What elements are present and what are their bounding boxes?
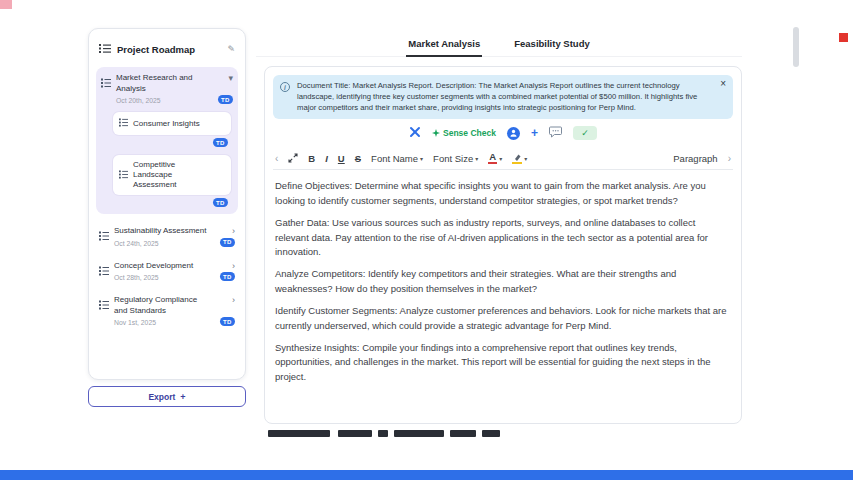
- info-icon: i: [280, 82, 290, 92]
- project-roadmap-sidebar: Project Roadmap ✎ Market Research and An…: [88, 28, 246, 380]
- sidebar-subitem-label: Competitive Landscape Assessment: [133, 160, 215, 190]
- sidebar-group-market-research: Market Research and Analysis Oct 20th, 2…: [96, 67, 238, 214]
- sidebar-item-regulatory-compliance[interactable]: Regulatory Compliance and Standards Nov …: [96, 293, 238, 328]
- font-name-label: Font Name: [371, 153, 418, 164]
- person-icon: [509, 128, 518, 138]
- sidebar-item-market-research[interactable]: Market Research and Analysis Oct 20th, 2…: [101, 73, 233, 104]
- document-body[interactable]: Define Objectives: Determine what specif…: [265, 170, 741, 384]
- sidebar-item-label: Sustainability Assessment: [114, 226, 210, 237]
- chevron-down-icon[interactable]: ▾: [228, 74, 233, 83]
- top-right-marker: [839, 33, 848, 42]
- caret-down-icon: ▾: [524, 155, 527, 162]
- highlighter-icon: [512, 153, 522, 164]
- sidebar-item-label: Market Research and Analysis: [116, 73, 212, 94]
- status-badge: TD: [220, 272, 235, 281]
- plus-icon: +: [180, 392, 185, 402]
- document-tabs: Market Analysis Feasibility Study: [256, 34, 742, 57]
- status-badge: TD: [220, 238, 235, 247]
- doc-paragraph: Identify Customer Segments: Analyze cust…: [275, 304, 731, 333]
- doc-paragraph: Analyze Competitors: Identify key compet…: [275, 267, 731, 296]
- sidebar-subitem-label: Consumer Insights: [133, 119, 200, 129]
- sidebar-item-label: Regulatory Compliance and Standards: [114, 295, 210, 316]
- user-avatar-button[interactable]: [507, 127, 520, 140]
- doc-paragraph: Synthesize Insights: Compile your findin…: [275, 341, 731, 384]
- approve-button[interactable]: ✓: [573, 126, 597, 140]
- status-badge: TD: [218, 95, 233, 104]
- chevron-right-icon[interactable]: ›: [232, 296, 235, 305]
- text-color-label: A: [488, 152, 497, 164]
- top-left-marker: [0, 0, 12, 9]
- text-color-dropdown[interactable]: A ▾: [488, 152, 502, 164]
- page-scrollbar-thumb[interactable]: [793, 27, 799, 67]
- caret-down-icon: ▾: [475, 155, 478, 162]
- sidebar-item-date: Nov 1st, 2025: [114, 319, 215, 326]
- document-editor-card: i Document Title: Market Analysis Report…: [264, 66, 742, 424]
- font-size-label: Font Size: [433, 153, 473, 164]
- sidebar-title: Project Roadmap: [117, 44, 221, 55]
- task-list-icon: [101, 74, 111, 104]
- underline-button[interactable]: U: [338, 153, 345, 164]
- task-list-icon: [119, 170, 128, 182]
- font-size-dropdown[interactable]: Font Size ▾: [433, 153, 478, 164]
- sidebar-item-concept-development[interactable]: Concept Development Oct 28th, 2025 › TD: [96, 259, 238, 284]
- sidebar-item-date: Oct 20th, 2025: [116, 97, 213, 104]
- caret-down-icon: ▾: [499, 155, 502, 162]
- menu-icon[interactable]: [99, 40, 111, 58]
- sidebar-item-date: Oct 28th, 2025: [114, 274, 215, 281]
- tab-market-analysis[interactable]: Market Analysis: [406, 34, 482, 57]
- sidebar-header: Project Roadmap ✎: [96, 39, 238, 67]
- status-badge: TD: [213, 138, 228, 147]
- export-button[interactable]: Export +: [88, 386, 246, 407]
- strikethrough-button[interactable]: S: [355, 153, 361, 164]
- add-collaborator-button[interactable]: +: [531, 127, 538, 139]
- crossed-tools-icon[interactable]: [409, 124, 421, 142]
- toolbar-scroll-right-icon[interactable]: ›: [728, 153, 731, 164]
- document-info-banner: i Document Title: Market Analysis Report…: [273, 75, 733, 119]
- toolbar-scroll-left-icon[interactable]: ‹: [275, 153, 278, 164]
- sidebar-item-label: Concept Development: [114, 261, 210, 272]
- status-badge: TD: [213, 198, 228, 207]
- app-window: Project Roadmap ✎ Market Research and An…: [0, 0, 853, 480]
- task-list-icon: [99, 262, 109, 282]
- chevron-right-icon[interactable]: ›: [232, 262, 235, 271]
- check-icon: ✓: [581, 128, 589, 138]
- task-list-icon: [119, 118, 128, 130]
- sense-check-label: Sense Check: [443, 128, 496, 138]
- fullscreen-icon[interactable]: [288, 153, 298, 163]
- doc-paragraph: Define Objectives: Determine what specif…: [275, 179, 731, 208]
- export-label: Export: [148, 392, 175, 402]
- sidebar-item-sustainability[interactable]: Sustainability Assessment Oct 24th, 2025…: [96, 224, 238, 249]
- bottom-blue-bar: [0, 470, 853, 480]
- sparkle-icon: [432, 129, 440, 137]
- task-list-icon: [99, 227, 109, 247]
- doc-paragraph: Gather Data: Use various sources such as…: [275, 216, 731, 259]
- sidebar-item-date: Oct 24th, 2025: [114, 240, 215, 247]
- caret-down-icon: ▾: [420, 155, 423, 162]
- ai-action-row: Sense Check + ✓: [265, 122, 741, 144]
- bold-button[interactable]: B: [308, 153, 315, 164]
- task-list-icon: [99, 296, 109, 326]
- highlight-color-dropdown[interactable]: ▾: [512, 153, 527, 164]
- clipped-next-card: [256, 428, 742, 437]
- edit-roadmap-icon[interactable]: ✎: [227, 45, 235, 54]
- sense-check-button[interactable]: Sense Check: [432, 128, 496, 138]
- close-icon[interactable]: ×: [720, 79, 726, 90]
- comment-icon[interactable]: [549, 124, 562, 142]
- status-badge: TD: [220, 317, 235, 326]
- tab-feasibility-study[interactable]: Feasibility Study: [512, 34, 592, 56]
- sidebar-subitem-consumer-insights[interactable]: Consumer Insights: [113, 112, 231, 135]
- banner-text: Document Title: Market Analysis Report. …: [297, 81, 697, 112]
- chevron-right-icon[interactable]: ›: [232, 227, 235, 236]
- sidebar-subitem-competitive-landscape[interactable]: Competitive Landscape Assessment: [113, 155, 231, 195]
- formatting-toolbar: ‹ B I U S Font Name ▾ Font Size ▾ A ▾: [273, 148, 733, 170]
- font-name-dropdown[interactable]: Font Name ▾: [371, 153, 423, 164]
- italic-button[interactable]: I: [325, 153, 328, 164]
- paragraph-dropdown[interactable]: Paragraph: [673, 153, 717, 164]
